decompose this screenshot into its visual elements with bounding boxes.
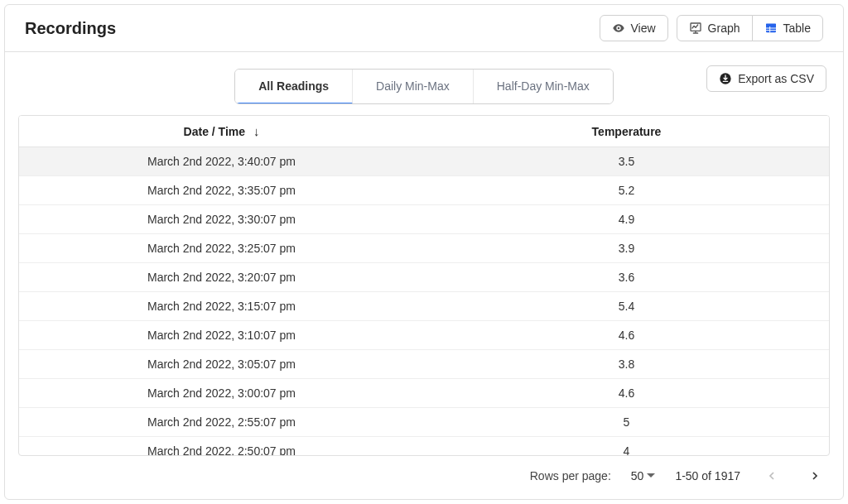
tab-daily-minmax[interactable]: Daily Min-Max	[353, 70, 474, 103]
pagination-range: 1-50 of 1917	[675, 469, 740, 482]
cell-datetime: March 2nd 2022, 2:55:07 pm	[19, 408, 424, 437]
table-row[interactable]: March 2nd 2022, 3:15:07 pm5.4	[19, 292, 829, 321]
cell-temperature: 3.9	[424, 234, 829, 263]
cell-temperature: 3.6	[424, 263, 829, 292]
cell-datetime: March 2nd 2022, 3:35:07 pm	[19, 176, 424, 205]
table-row[interactable]: March 2nd 2022, 3:20:07 pm3.6	[19, 263, 829, 292]
cell-temperature: 5.4	[424, 292, 829, 321]
readings-table: Date / Time ↓ Temperature March 2nd 2022…	[19, 116, 829, 455]
eye-icon	[612, 22, 625, 35]
export-csv-button[interactable]: Export as CSV	[706, 65, 826, 92]
recordings-card: Recordings View Graph	[4, 4, 844, 500]
page-size-select[interactable]: 50	[631, 469, 656, 482]
tab-area: All Readings Daily Min-Max Half-Day Min-…	[5, 52, 843, 107]
next-page-button[interactable]	[803, 464, 826, 487]
graph-button[interactable]: Graph	[677, 15, 753, 41]
tab-all-readings[interactable]: All Readings	[235, 70, 353, 104]
graph-button-label: Graph	[708, 22, 740, 35]
export-wrap: Export as CSV	[706, 65, 826, 92]
table-body: March 2nd 2022, 3:40:07 pm3.5March 2nd 2…	[19, 147, 829, 456]
table-row[interactable]: March 2nd 2022, 3:35:07 pm5.2	[19, 176, 829, 205]
cell-temperature: 5	[424, 408, 829, 437]
cell-temperature: 5.2	[424, 176, 829, 205]
table-button-label: Table	[783, 22, 811, 35]
table-row[interactable]: March 2nd 2022, 3:40:07 pm3.5	[19, 147, 829, 176]
chevron-left-icon	[765, 469, 778, 482]
caret-down-icon	[647, 469, 655, 482]
table-row[interactable]: March 2nd 2022, 3:30:07 pm4.9	[19, 205, 829, 234]
cell-datetime: March 2nd 2022, 3:05:07 pm	[19, 350, 424, 379]
cell-temperature: 3.8	[424, 350, 829, 379]
table-container: Date / Time ↓ Temperature March 2nd 2022…	[18, 115, 830, 456]
cell-datetime: March 2nd 2022, 3:10:07 pm	[19, 321, 424, 350]
table-button[interactable]: Table	[752, 15, 823, 41]
col-datetime-label: Date / Time	[184, 125, 245, 138]
view-toggle-group: Graph Table	[677, 15, 823, 41]
cell-datetime: March 2nd 2022, 3:30:07 pm	[19, 205, 424, 234]
table-row[interactable]: March 2nd 2022, 2:50:07 pm4	[19, 437, 829, 456]
view-button[interactable]: View	[600, 15, 668, 41]
download-icon	[719, 72, 732, 85]
tab-halfday-minmax[interactable]: Half-Day Min-Max	[474, 70, 613, 103]
export-csv-label: Export as CSV	[738, 72, 814, 85]
cell-datetime: March 2nd 2022, 3:25:07 pm	[19, 234, 424, 263]
cell-temperature: 4	[424, 437, 829, 456]
view-button-label: View	[631, 22, 656, 35]
table-icon	[764, 22, 778, 35]
col-temperature-header[interactable]: Temperature	[424, 116, 829, 147]
cell-datetime: March 2nd 2022, 2:50:07 pm	[19, 437, 424, 456]
tabs: All Readings Daily Min-Max Half-Day Min-…	[234, 69, 614, 104]
cell-datetime: March 2nd 2022, 3:00:07 pm	[19, 379, 424, 408]
header-actions: View Graph Table	[600, 15, 823, 41]
table-row[interactable]: March 2nd 2022, 2:55:07 pm5	[19, 408, 829, 437]
cell-datetime: March 2nd 2022, 3:40:07 pm	[19, 147, 424, 176]
arrow-down-icon: ↓	[253, 124, 260, 138]
col-datetime-header[interactable]: Date / Time ↓	[19, 116, 424, 147]
cell-temperature: 4.9	[424, 205, 829, 234]
cell-temperature: 3.5	[424, 147, 829, 176]
table-row[interactable]: March 2nd 2022, 3:10:07 pm4.6	[19, 321, 829, 350]
chevron-right-icon	[808, 469, 822, 482]
graph-icon	[689, 22, 702, 35]
card-header: Recordings View Graph	[5, 5, 843, 52]
cell-datetime: March 2nd 2022, 3:15:07 pm	[19, 292, 424, 321]
svg-rect-2	[766, 24, 776, 26]
table-row[interactable]: March 2nd 2022, 3:25:07 pm3.9	[19, 234, 829, 263]
cell-datetime: March 2nd 2022, 3:20:07 pm	[19, 263, 424, 292]
rows-per-page-label: Rows per page:	[530, 469, 611, 482]
table-row[interactable]: March 2nd 2022, 3:00:07 pm4.6	[19, 379, 829, 408]
table-row[interactable]: March 2nd 2022, 3:05:07 pm3.8	[19, 350, 829, 379]
pagination-footer: Rows per page: 50 1-50 of 1917	[5, 456, 843, 499]
cell-temperature: 4.6	[424, 379, 829, 408]
page-title: Recordings	[25, 19, 116, 38]
prev-page-button[interactable]	[760, 464, 783, 487]
col-temperature-label: Temperature	[592, 125, 662, 138]
table-scroll[interactable]: Date / Time ↓ Temperature March 2nd 2022…	[19, 116, 829, 455]
page-size-value: 50	[631, 469, 644, 482]
cell-temperature: 4.6	[424, 321, 829, 350]
